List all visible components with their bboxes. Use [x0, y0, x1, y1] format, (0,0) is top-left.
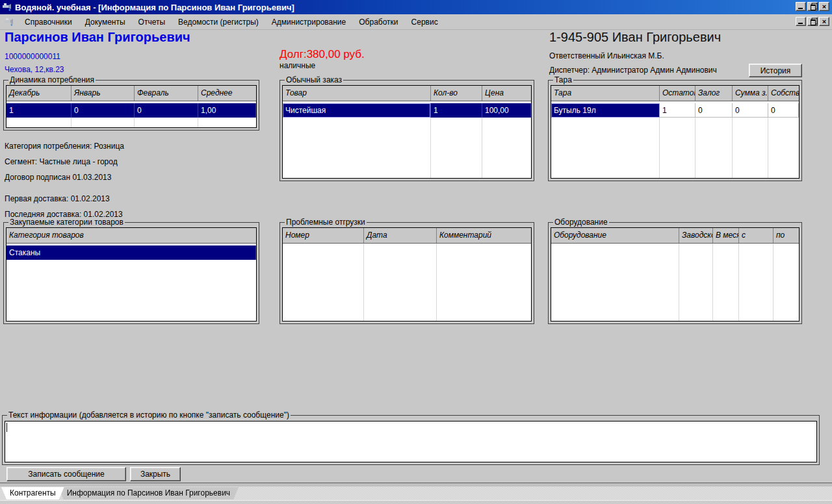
groupbox-tare: Тара Тара Остаток Залог Сумма з. Собств.… — [548, 80, 802, 181]
first-delivery-line: Первая доставка: 01.02.2013 — [5, 194, 110, 203]
groupbox-problem-shipments: Проблемные отгрузки Номер Дата Комментар… — [280, 222, 534, 324]
window-tab-bar: Контрагенты Информация по Парсинов Иван … — [0, 486, 832, 500]
table-row[interactable]: Стаканы — [6, 246, 256, 260]
column-header: по — [774, 228, 799, 243]
groupbox-title: Оборудование — [553, 218, 609, 227]
table-row[interactable]: Бутыль 19л 1 0 0 0 — [551, 103, 799, 118]
groupbox-purchase-categories: Закупаемые категории товаров Категория т… — [3, 222, 259, 324]
menu-item-otchety[interactable]: Отчеты — [136, 16, 168, 28]
table-empty-area — [283, 244, 531, 321]
window-controls: × — [796, 2, 829, 11]
table-header-row: Товар Кол-во Цена — [283, 86, 531, 101]
column-header: Дата — [364, 228, 437, 243]
groupbox-title: Тара — [553, 75, 573, 84]
app-icon — [2, 2, 12, 12]
groupbox-title: Обычный заказ — [285, 75, 343, 84]
table-empty-area — [6, 260, 256, 321]
column-header: Оборудование — [551, 228, 679, 243]
client-code[interactable]: 1000000000011 — [5, 52, 60, 61]
tab-kontragenty[interactable]: Контрагенты — [1, 487, 64, 499]
table-header-row: Декабрь Январь Февраль Среднее — [6, 86, 256, 101]
client-name: Парсинов Иван Григорьевич — [5, 30, 190, 45]
table-cell: 1,00 — [198, 103, 256, 118]
child-window-icon[interactable] — [4, 17, 14, 27]
column-header: Цена — [482, 86, 531, 101]
title-bar[interactable]: Водяной. учебная - [Информация по Парсин… — [0, 0, 832, 14]
table-empty-area — [283, 118, 531, 178]
table-header-row: Тара Остаток Залог Сумма з. Собств. — [551, 86, 799, 101]
column-header: Категория товаров — [6, 228, 256, 243]
debt-amount: Долг:380,00 руб. — [280, 48, 365, 61]
groupbox-equipment: Оборудование Оборудование Заводской В ме… — [548, 222, 802, 324]
message-input[interactable] — [5, 421, 817, 462]
save-message-button[interactable]: Записать сообщение — [6, 467, 126, 481]
restore-icon — [811, 19, 816, 25]
groupbox-usual-order: Обычный заказ Товар Кол-во Цена Чистейша… — [280, 80, 534, 181]
groupbox-message-text: Текст информации (добавляется в историю … — [2, 415, 820, 465]
status-bar — [0, 500, 832, 504]
close-button[interactable]: × — [819, 2, 829, 11]
column-header: с — [739, 228, 774, 243]
consumption-category-line: Категория потребления: Розница — [5, 142, 124, 151]
groupbox-title: Проблемные отгрузки — [285, 218, 367, 227]
order-table: Товар Кол-во Цена Чистейшая 1 100,00 — [282, 85, 532, 179]
column-header: В месяц — [713, 228, 739, 243]
table-cell: 0 — [696, 103, 733, 118]
column-header: Заводской — [679, 228, 713, 243]
column-header: Кол-во — [431, 86, 482, 101]
column-header: Товар — [283, 86, 431, 101]
table-cell: 0 — [135, 103, 198, 118]
tab-client-info[interactable]: Информация по Парсинов Иван Григорьевич — [58, 487, 239, 499]
table-header-row: Номер Дата Комментарий — [283, 228, 531, 244]
table-cell: 0 — [768, 103, 799, 118]
menu-bar: Справочники Документы Отчеты Ведомости (… — [0, 14, 832, 30]
close-form-button[interactable]: Закрыть — [130, 467, 181, 481]
restore-icon — [811, 5, 816, 10]
mdi-close-button[interactable]: × — [819, 17, 829, 26]
menu-item-spravochniki[interactable]: Справочники — [22, 16, 75, 28]
menu-item-obrabotki[interactable]: Обработки — [356, 16, 400, 28]
table-cell: 1 — [6, 103, 72, 118]
text-caret — [6, 423, 7, 432]
table-row[interactable]: 1 0 0 1,00 — [6, 103, 256, 118]
menu-item-dokumenty[interactable]: Документы — [83, 16, 128, 28]
table-header-row: Категория товаров — [6, 228, 256, 244]
column-header: Декабрь — [6, 86, 72, 101]
table-cell: Бутыль 19л — [551, 103, 660, 118]
categories-table: Категория товаров Стаканы — [6, 227, 257, 321]
client-address[interactable]: Чехова, 12,кв.23 — [5, 65, 64, 74]
dynamics-table: Декабрь Январь Февраль Среднее 1 0 0 1,0… — [6, 85, 257, 128]
table-empty-area — [551, 244, 799, 321]
table-row[interactable]: Чистейшая 1 100,00 — [283, 103, 531, 118]
table-empty-area — [6, 118, 256, 127]
close-icon: × — [822, 18, 826, 25]
restore-button[interactable] — [807, 2, 818, 11]
table-empty-area — [551, 118, 799, 178]
groupbox-title: Закупаемые категории товаров — [8, 218, 125, 227]
table-cell: 0 — [72, 103, 135, 118]
dispatcher-label: Диспетчер: Администратор Админ Админович — [549, 66, 717, 75]
problem-shipments-table: Номер Дата Комментарий — [282, 227, 532, 321]
table-cell: Чистейшая — [283, 103, 431, 118]
menu-item-servis[interactable]: Сервис — [409, 16, 441, 28]
mdi-minimize-button[interactable] — [796, 17, 806, 26]
menu-item-administrirovanie[interactable]: Администрирование — [269, 16, 348, 28]
window-title: Водяной. учебная - [Информация по Парсин… — [15, 3, 294, 12]
tare-table: Тара Остаток Залог Сумма з. Собств. Буты… — [551, 85, 800, 179]
responsible-label: Ответственный Ильинская М.Б. — [549, 51, 664, 60]
column-header: Среднее — [198, 86, 256, 101]
table-cell: 1 — [431, 103, 482, 118]
account-title: 1-945-905 Иван Григорьевич — [549, 30, 721, 45]
mdi-restore-button[interactable] — [807, 17, 818, 26]
close-icon: × — [822, 3, 826, 10]
menu-item-vedomosti[interactable]: Ведомости (регистры) — [176, 16, 261, 28]
table-cell: Стаканы — [6, 246, 256, 260]
history-button[interactable]: История — [749, 64, 802, 77]
groupbox-title: Динамика потребления — [8, 75, 96, 84]
table-cell: 100,00 — [482, 103, 531, 118]
minimize-button[interactable] — [796, 2, 806, 11]
table-cell: 1 — [660, 103, 696, 118]
column-header: Номер — [283, 228, 364, 243]
mdi-window-controls: × — [796, 17, 829, 26]
minimize-icon — [798, 23, 803, 24]
